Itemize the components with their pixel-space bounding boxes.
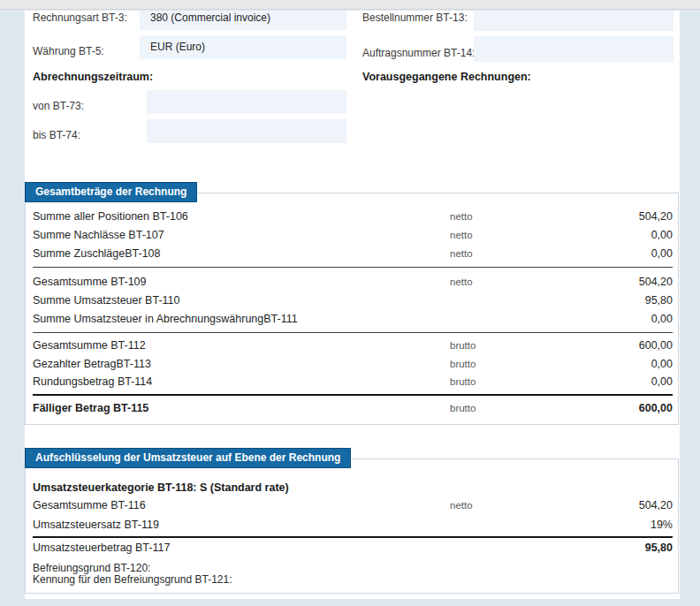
invoice-type-label: Rechnungsart BT-3: (33, 11, 127, 24)
row-qualifier: brutto (450, 340, 476, 351)
totals-row: Gesamtsumme BT-109 netto 504,20 (33, 276, 673, 290)
totals-row: Gezahlter BetragBT-113 brutto 0,00 (33, 358, 673, 372)
vat-category-heading: Umsatzsteuerkategorie BT-118: S (Standar… (33, 481, 289, 494)
row-amount: 0,00 (651, 375, 673, 388)
row-label: Gesamtsumme BT-112 (33, 339, 146, 352)
totals-section-title-badge: Gesamtbeträge der Rechnung (25, 182, 197, 202)
row-amount: 504,20 (639, 276, 673, 288)
totals-row: Summe Umsatzsteuer in Abrechnungswährung… (33, 313, 673, 327)
contract-number-label: Auftragsnummer BT-14: (362, 47, 475, 59)
row-amount: 0,00 (651, 229, 673, 241)
row-amount: 95,80 (645, 294, 673, 307)
row-qualifier: brutto (450, 403, 476, 413)
row-qualifier: netto (450, 211, 473, 222)
period-from-label: von BT-73: (33, 100, 84, 112)
contract-number-field[interactable] (474, 36, 673, 62)
row-label: Rundungsbetrag BT-114 (33, 375, 152, 388)
row-amount: 504,20 (639, 499, 673, 511)
totals-row: Summe aller Positionen BT-106 netto 504,… (33, 210, 673, 224)
row-amount: 19% (651, 519, 673, 531)
totals-row: Summe ZuschlägeBT-108 netto 0,00 (33, 247, 673, 261)
separator-line-thick (33, 394, 673, 396)
order-number-field[interactable] (474, 11, 673, 31)
row-label: Umsatzsteuersatz BT-119 (33, 519, 159, 531)
totals-row: Summe Umsatzsteuer BT-110 95,80 (33, 294, 673, 308)
vat-section-title-badge: Aufschlüsselung der Umsatzsteuer auf Ebe… (25, 448, 351, 468)
separator-line (33, 267, 673, 268)
row-qualifier: netto (450, 500, 473, 511)
totals-row: Summe Nachlässe BT-107 netto 0,00 (33, 229, 673, 243)
vat-section-box: Umsatzsteuerkategorie BT-118: S (Standar… (25, 458, 679, 594)
separator-line (33, 332, 673, 333)
row-label: Summe Nachlässe BT-107 (33, 229, 164, 241)
period-to-field[interactable] (147, 119, 346, 143)
invoice-type-field[interactable]: 380 (Commercial invoice) (140, 11, 346, 30)
row-label: Summe Umsatzsteuer in Abrechnungswährung… (33, 313, 298, 325)
row-label: Summe ZuschlägeBT-108 (33, 247, 161, 260)
order-number-label: Bestellnummer BT-13: (362, 11, 468, 24)
row-qualifier: brutto (450, 359, 476, 369)
invoice-viewer-page: { "form": { "invoice_type": { "label": "… (0, 0, 700, 606)
row-amount: 0,00 (651, 313, 673, 325)
row-label: Gesamtsumme BT-116 (33, 499, 146, 511)
row-amount: 600,00 (639, 402, 673, 414)
row-label: Fälliger Betrag BT-115 (33, 402, 148, 414)
vat-row: Umsatzsteuersatz BT-119 19% (33, 519, 673, 533)
vat-row: Gesamtsumme BT-116 netto 504,20 (33, 499, 673, 513)
row-amount: 0,00 (651, 247, 673, 260)
row-qualifier: netto (450, 230, 473, 240)
exemption-reason-id-label: Kennung für den Befreiungsgrund BT-121: (33, 574, 232, 587)
period-to-label: bis BT-74: (33, 129, 80, 141)
billing-period-heading: Abrechnungszeitraum: (33, 71, 153, 83)
currency-label: Währung BT-5: (33, 45, 104, 57)
row-amount: 504,20 (639, 210, 673, 223)
totals-row: Gesamtsumme BT-112 brutto 600,00 (33, 339, 673, 353)
row-label: Gezahlter BetragBT-113 (33, 358, 151, 370)
currency-field[interactable]: EUR (Euro) (140, 35, 346, 59)
row-label: Umsatzsteuerbetrag BT-117 (33, 542, 170, 554)
preceding-invoices-heading: Vorausgegangene Rechnungen: (362, 71, 531, 83)
vat-amount-row: Umsatzsteuerbetrag BT-117 95,80 (33, 542, 673, 556)
totals-section-box: Summe aller Positionen BT-106 netto 504,… (25, 193, 679, 425)
row-amount: 95,80 (645, 542, 673, 554)
row-qualifier: brutto (450, 376, 476, 387)
row-label: Summe aller Positionen BT-106 (33, 210, 188, 223)
period-from-field[interactable] (147, 90, 346, 114)
amount-due-row: Fälliger Betrag BT-115 brutto 600,00 (33, 402, 673, 416)
row-qualifier: netto (450, 276, 473, 287)
row-amount: 600,00 (639, 339, 673, 352)
invoice-content-panel: Rechnungsart BT-3: 380 (Commercial invoi… (25, 11, 680, 599)
row-amount: 0,00 (651, 358, 673, 370)
row-label: Summe Umsatzsteuer BT-110 (33, 294, 180, 307)
row-label: Gesamtsumme BT-109 (33, 276, 147, 288)
separator-line-thick (33, 536, 673, 538)
top-toolbar-edge (0, 0, 700, 10)
totals-row: Rundungsbetrag BT-114 brutto 0,00 (33, 375, 673, 390)
row-qualifier: netto (450, 248, 473, 259)
